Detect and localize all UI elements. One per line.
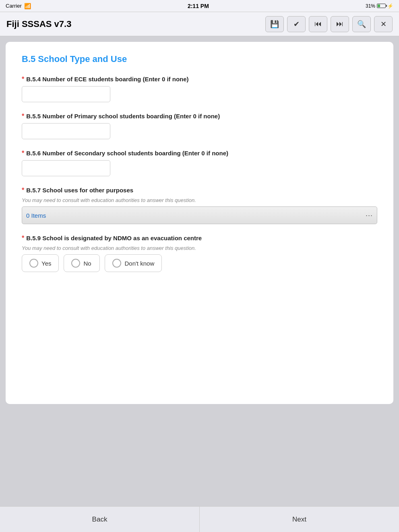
status-time: 2:11 PM — [188, 3, 209, 9]
required-star-b55: * — [22, 113, 24, 120]
field-b57: * B.5.7 School uses for other purposes Y… — [22, 187, 377, 224]
status-right: 31% ⚡ — [366, 3, 393, 9]
battery-percent: 31% — [366, 3, 375, 9]
input-b56[interactable] — [22, 160, 110, 176]
radio-circle-yes — [29, 259, 38, 268]
hint-b57: You may need to consult with education a… — [22, 197, 377, 203]
close-button[interactable]: ✕ — [374, 16, 393, 32]
radio-label-no: No — [83, 260, 91, 267]
toolbar: Fiji SSSAS v7.3 💾 ✔ ⏮ ⏭ 🔍 ✕ — [0, 12, 399, 36]
label-b59: * B.5.9 School is designated by NDMO as … — [22, 235, 377, 242]
multiselect-b57[interactable]: 0 Items ··· — [22, 206, 377, 224]
radio-circle-no — [71, 259, 80, 268]
search-button[interactable]: 🔍 — [352, 16, 371, 32]
wifi-icon: 📶 — [24, 3, 31, 9]
label-b55: * B.5.5 Number of Primary school student… — [22, 113, 377, 120]
radio-circle-dont-know — [112, 259, 121, 268]
main-area: B.5 School Type and Use * B.5.4 Number o… — [0, 36, 399, 506]
bottom-nav: Back Next — [0, 506, 399, 532]
required-star-b57: * — [22, 187, 24, 194]
status-left: Carrier 📶 — [6, 3, 31, 9]
required-star-b59: * — [22, 235, 24, 242]
field-b59: * B.5.9 School is designated by NDMO as … — [22, 235, 377, 272]
save-button[interactable]: 💾 — [265, 16, 284, 32]
required-star-b54: * — [22, 76, 24, 83]
field-b54: * B.5.4 Number of ECE students boarding … — [22, 76, 377, 102]
app-title: Fiji SSSAS v7.3 — [6, 19, 71, 29]
radio-label-yes: Yes — [41, 260, 51, 267]
required-star-b56: * — [22, 150, 24, 157]
check-button[interactable]: ✔ — [287, 16, 306, 32]
input-b55[interactable] — [22, 123, 110, 139]
field-b55: * B.5.5 Number of Primary school student… — [22, 113, 377, 139]
battery-icon — [377, 4, 386, 8]
label-b56: * B.5.6 Number of Secondary school stude… — [22, 150, 377, 157]
label-b54: * B.5.4 Number of ECE students boarding … — [22, 76, 377, 83]
hint-b59: You may need to consult with education a… — [22, 245, 377, 251]
radio-label-dont-know: Don't know — [124, 260, 154, 267]
back-button[interactable]: Back — [0, 507, 200, 532]
radio-yes[interactable]: Yes — [22, 254, 59, 272]
carrier-label: Carrier — [6, 3, 22, 9]
charging-icon: ⚡ — [387, 3, 393, 9]
radio-no[interactable]: No — [64, 254, 100, 272]
prev-button[interactable]: ⏮ — [309, 16, 327, 32]
toolbar-actions: 💾 ✔ ⏮ ⏭ 🔍 ✕ — [265, 16, 393, 32]
next-fast-button[interactable]: ⏭ — [331, 16, 349, 32]
multiselect-b57-dots: ··· — [366, 211, 373, 220]
section-title: B.5 School Type and Use — [22, 54, 377, 64]
input-b54[interactable] — [22, 86, 110, 102]
form-card: B.5 School Type and Use * B.5.4 Number o… — [6, 42, 393, 404]
radio-group-b59: Yes No Don't know — [22, 254, 377, 272]
multiselect-b57-value: 0 Items — [26, 212, 46, 219]
field-b56: * B.5.6 Number of Secondary school stude… — [22, 150, 377, 176]
label-b57: * B.5.7 School uses for other purposes — [22, 187, 377, 194]
radio-dont-know[interactable]: Don't know — [105, 254, 162, 272]
status-bar: Carrier 📶 2:11 PM 31% ⚡ — [0, 0, 399, 12]
next-button[interactable]: Next — [200, 507, 399, 532]
